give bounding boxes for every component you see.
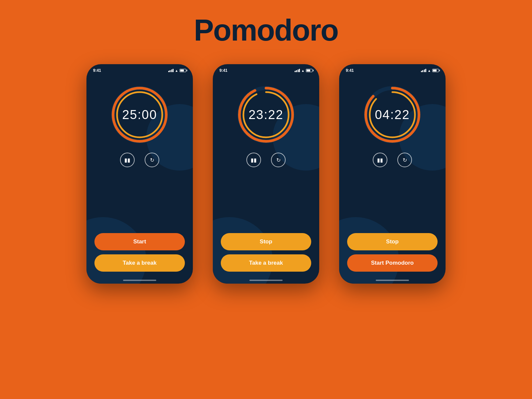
action-buttons-2: Stop Take a break bbox=[213, 233, 319, 278]
timer-controls-1: ▮▮ ↻ bbox=[86, 153, 193, 167]
status-bar-3: 9:41 ▲ bbox=[339, 64, 446, 75]
home-bar-2 bbox=[249, 280, 283, 281]
status-bar-1: 9:41 ▲ bbox=[86, 64, 193, 75]
timer-ring-1: 25:00 bbox=[110, 85, 170, 145]
status-bar-2: 9:41 ▲ bbox=[213, 64, 319, 75]
home-indicator-2 bbox=[213, 280, 319, 284]
home-bar-3 bbox=[376, 280, 409, 281]
wifi-icon-3: ▲ bbox=[428, 69, 431, 72]
timer-section-1: 25:00 bbox=[86, 85, 193, 145]
timer-ring-3: 04:22 bbox=[362, 85, 422, 145]
reset-button-1[interactable]: ↻ bbox=[145, 153, 159, 167]
timer-section-3: 04:22 bbox=[339, 85, 446, 145]
reset-button-3[interactable]: ↻ bbox=[397, 153, 412, 167]
pause-button-2[interactable]: ▮▮ bbox=[246, 153, 261, 167]
stop-button-2[interactable]: Stop bbox=[221, 233, 311, 250]
battery-icon-3 bbox=[432, 69, 439, 72]
start-button-1[interactable]: Start bbox=[94, 233, 185, 250]
home-indicator-1 bbox=[86, 280, 193, 284]
status-icons-3: ▲ bbox=[421, 69, 439, 72]
stop-button-3[interactable]: Stop bbox=[347, 233, 438, 250]
status-time-3: 9:41 bbox=[346, 68, 354, 73]
phones-container: 9:41 ▲ 25: bbox=[86, 64, 446, 284]
home-bar-1 bbox=[123, 280, 156, 281]
action-buttons-1: Start Take a break bbox=[86, 233, 193, 278]
action-buttons-3: Stop Start Pomodoro bbox=[339, 233, 446, 278]
status-time-2: 9:41 bbox=[219, 68, 227, 73]
wifi-icon-1: ▲ bbox=[175, 69, 178, 72]
battery-icon-1 bbox=[180, 69, 186, 72]
status-icons-2: ▲ bbox=[295, 69, 313, 72]
start-pomodoro-button-3[interactable]: Start Pomodoro bbox=[347, 254, 438, 272]
break-button-2[interactable]: Take a break bbox=[221, 254, 311, 272]
timer-controls-2: ▮▮ ↻ bbox=[213, 153, 319, 167]
timer-ring-2: 23:22 bbox=[236, 85, 296, 145]
phone-1: 9:41 ▲ 25: bbox=[86, 64, 193, 284]
pause-button-1[interactable]: ▮▮ bbox=[120, 153, 135, 167]
break-button-1[interactable]: Take a break bbox=[94, 254, 185, 272]
timer-display-1: 25:00 bbox=[122, 108, 157, 122]
reset-button-2[interactable]: ↻ bbox=[271, 153, 286, 167]
timer-controls-3: ▮▮ ↻ bbox=[339, 153, 446, 167]
page-title: Pomodoro bbox=[194, 13, 338, 48]
timer-display-2: 23:22 bbox=[248, 108, 283, 122]
home-indicator-3 bbox=[339, 280, 446, 284]
status-time-1: 9:41 bbox=[93, 68, 101, 73]
battery-icon-2 bbox=[306, 69, 313, 72]
signal-icon-3 bbox=[421, 69, 427, 72]
pause-button-3[interactable]: ▮▮ bbox=[373, 153, 387, 167]
phone-2: 9:41 ▲ 23: bbox=[213, 64, 319, 284]
phone-3: 9:41 ▲ 04: bbox=[339, 64, 446, 284]
status-icons-1: ▲ bbox=[168, 69, 186, 72]
timer-display-3: 04:22 bbox=[375, 108, 410, 122]
timer-section-2: 23:22 bbox=[213, 85, 319, 145]
wifi-icon-2: ▲ bbox=[301, 69, 305, 72]
signal-icon-1 bbox=[168, 69, 174, 72]
signal-icon-2 bbox=[295, 69, 300, 72]
